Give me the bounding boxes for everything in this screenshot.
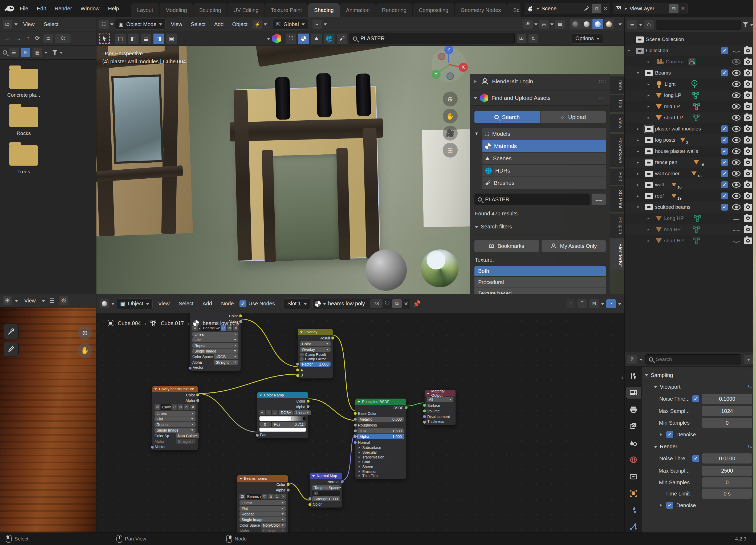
file-browser-view-menu[interactable]: View (20, 21, 38, 27)
eye-icon[interactable] (732, 92, 741, 98)
assetbar-models-icon[interactable]: ⛶ (286, 34, 296, 44)
tab-scripting-cut[interactable]: Sc (507, 3, 520, 17)
factor-slider[interactable]: Factor1.000 (300, 361, 331, 367)
copy-icon[interactable]: ⧉ (178, 404, 183, 410)
render-toggle-icon[interactable] (744, 238, 752, 244)
category-hdrs[interactable]: 🌐HDRs (482, 165, 606, 177)
category-expand-icon[interactable]: ▼ (474, 131, 479, 136)
chevron-right-icon[interactable] (660, 433, 664, 436)
eye-closed-icon[interactable] (733, 239, 740, 243)
pin-icon[interactable] (584, 5, 590, 12)
shading-material-icon[interactable] (592, 19, 603, 29)
folder-icon[interactable]: 🗀 (274, 494, 280, 499)
expand-icon[interactable]: ▸ (648, 238, 656, 243)
alpha-mode-select[interactable]: Straight (261, 528, 286, 532)
tab-viewlayer-icon[interactable] (626, 421, 641, 432)
display-mode-icon[interactable]: 🗀 (644, 20, 654, 29)
extension-select[interactable]: Repeat (192, 343, 238, 348)
tab-output-icon[interactable] (626, 404, 641, 415)
render-toggle-icon[interactable] (744, 126, 752, 132)
shader-type-selector[interactable]: ▣Object (117, 298, 153, 309)
gizmo-neg-axis[interactable] (446, 72, 454, 80)
outliner-row-roof[interactable]: ▸ roof 19 (625, 190, 756, 202)
collection-checkbox[interactable] (721, 70, 728, 76)
interpolation-select[interactable]: Linear (155, 411, 196, 416)
folder-item[interactable]: Rocks (4, 107, 44, 136)
socket-alpha-out[interactable] (239, 320, 242, 323)
shader-view-menu[interactable]: View (155, 300, 173, 307)
new-scene-button[interactable]: ⧉ (592, 4, 601, 13)
expand-icon[interactable]: ▸ (637, 138, 645, 143)
tab-modifiers-icon[interactable] (626, 504, 641, 516)
scene-selector[interactable]: Scene ⧉ ✕ (525, 3, 610, 14)
socket-thickness-in[interactable] (423, 420, 426, 424)
tab-compositing[interactable]: Compositing (413, 3, 454, 17)
assetbar-hdrs-icon[interactable]: 🌐 (324, 34, 335, 44)
node-mix-overlay[interactable]: Overlay Result Color Overlay Clamp Resul… (298, 328, 333, 378)
socket-color-out[interactable] (286, 483, 290, 486)
clamp-factor-checkbox[interactable] (300, 357, 304, 361)
expand-icon[interactable]: ▸ (648, 82, 656, 87)
outliner-row-house-plaster-walls[interactable]: ▸ house plaster walls (625, 146, 756, 157)
outliner-row-short-hp[interactable]: ▸ short HP (625, 235, 756, 246)
category-scenes[interactable]: ⛰Scenes (482, 153, 606, 164)
ramp-stop-active[interactable] (289, 417, 291, 420)
section-specular[interactable]: Specular (355, 450, 406, 455)
section-coat[interactable]: Coat (355, 459, 406, 464)
eye-icon[interactable] (732, 104, 741, 109)
upload-tab[interactable]: ⇗Upload (540, 111, 606, 123)
outliner-row-long-lp[interactable]: ▸ long LP (625, 90, 756, 101)
create-folder-icon[interactable]: 🗀 (43, 34, 53, 43)
render-toggle-icon[interactable] (744, 81, 752, 88)
outliner-row-wall[interactable]: ▸ wall 10 (625, 179, 756, 190)
parent-node-tree-icon[interactable]: ⇧ (566, 299, 575, 308)
outliner-row-scene-collection[interactable]: Scene Collection (625, 34, 756, 45)
search-filters-toggle[interactable]: Search filters (475, 224, 605, 230)
close-icon[interactable]: ✕ (281, 494, 286, 499)
panel-grip-icon[interactable]: ∷∷ (599, 95, 606, 101)
outliner-row-collection[interactable]: ▾ Collection (625, 45, 756, 56)
render-toggle-icon[interactable] (744, 193, 752, 200)
render-toggle-icon[interactable] (744, 47, 752, 54)
fake-user-shield-icon[interactable]: 🛡 (262, 494, 267, 499)
sidebar-tab-tool[interactable]: Tool (610, 95, 624, 112)
collection-checkbox[interactable] (721, 159, 728, 166)
section-emission[interactable]: Emission (355, 469, 406, 474)
source-select[interactable]: Single Image (155, 428, 196, 433)
projection-select[interactable]: Flat (239, 506, 286, 511)
zoom-icon[interactable]: ⊕ (443, 92, 458, 107)
viewport-denoise-checkbox[interactable] (666, 431, 673, 438)
new-viewlayer-button[interactable]: ⧉ (669, 4, 678, 13)
tab-object-icon[interactable] (626, 487, 641, 499)
strength-slider[interactable]: Strength1.000 (312, 496, 340, 501)
viewport-object-menu[interactable]: Object (229, 21, 251, 27)
outliner-row-mid-hp[interactable]: ▸ mid HP (625, 224, 756, 235)
uv-map-field[interactable]: ▱ (312, 491, 340, 496)
collection-checkbox[interactable] (721, 125, 728, 132)
section-thin-film[interactable]: Thin Film (355, 474, 406, 479)
socket-roughness-in[interactable] (353, 423, 357, 427)
render-toggle-icon[interactable] (744, 92, 752, 99)
expand-icon[interactable]: ▸ (637, 149, 645, 154)
overlays-icon[interactable]: ◎ (539, 20, 549, 29)
time-limit-field[interactable]: 0 s (702, 489, 752, 499)
render-toggle-icon[interactable] (744, 137, 752, 144)
annotate-tool[interactable] (4, 341, 19, 356)
eye-icon[interactable] (732, 148, 741, 154)
sidebar-tab-powersave[interactable]: PowerSave (610, 134, 624, 167)
category-models[interactable]: ⛶Models (482, 128, 606, 140)
shading-wireframe-icon[interactable] (570, 19, 581, 29)
panel-grip-icon[interactable]: ∷∷ (599, 79, 606, 84)
eye-closed-icon[interactable] (733, 228, 740, 232)
source-select[interactable]: Single Image (192, 348, 238, 353)
expand-icon[interactable]: ▸ (637, 182, 645, 187)
ior-slider[interactable]: IOR1.500 (357, 428, 404, 433)
folder-item[interactable]: Trees (4, 145, 44, 175)
expand-icon[interactable]: ▸ (637, 194, 645, 198)
breadcrumb-material[interactable]: beams low poly (203, 320, 239, 326)
tab-sculpting[interactable]: Sculpting (193, 3, 227, 17)
sidebar-tab-blenderkit[interactable]: BlenderKit (610, 240, 624, 271)
folder-icon[interactable]: 🗀 (184, 404, 189, 410)
assetbar-bookmark-icon[interactable]: 🕮 (517, 34, 526, 43)
projection-select[interactable]: Flat (192, 337, 238, 342)
